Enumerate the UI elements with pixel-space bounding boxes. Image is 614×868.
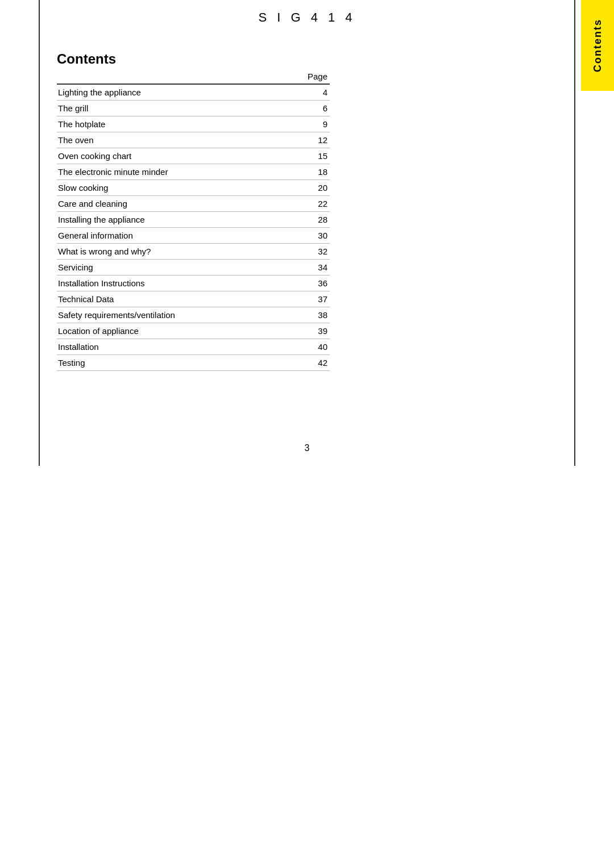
toc-item-page: 6 xyxy=(287,101,330,116)
toc-item-title: The grill xyxy=(57,101,287,116)
toc-item-page: 20 xyxy=(287,180,330,196)
contents-heading: Contents xyxy=(57,51,330,67)
toc-item-title: Installing the appliance xyxy=(57,212,287,228)
toc-row: Installation Instructions36 xyxy=(57,276,330,291)
toc-row: Oven cooking chart15 xyxy=(57,148,330,164)
right-border xyxy=(574,0,575,466)
toc-row: Care and cleaning22 xyxy=(57,196,330,212)
toc-row: Safety requirements/ventilation38 xyxy=(57,307,330,323)
toc-table: Page Lighting the appliance4The grill6Th… xyxy=(57,70,330,371)
toc-item-page: 15 xyxy=(287,148,330,164)
toc-header-page: Page xyxy=(287,70,330,84)
toc-item-page: 34 xyxy=(287,260,330,276)
toc-row: What is wrong and why?32 xyxy=(57,244,330,260)
toc-item-title: Oven cooking chart xyxy=(57,148,287,164)
toc-item-title: Lighting the appliance xyxy=(57,84,287,101)
toc-item-page: 37 xyxy=(287,291,330,307)
toc-header-item xyxy=(57,70,287,84)
toc-item-page: 40 xyxy=(287,339,330,355)
left-border xyxy=(39,0,40,466)
toc-row: The oven12 xyxy=(57,132,330,148)
toc-row: The grill6 xyxy=(57,101,330,116)
toc-item-page: 12 xyxy=(287,132,330,148)
page-number: 3 xyxy=(305,443,310,453)
toc-item-page: 30 xyxy=(287,228,330,244)
toc-item-title: Location of appliance xyxy=(57,323,287,339)
toc-item-title: General information xyxy=(57,228,287,244)
toc-item-page: 28 xyxy=(287,212,330,228)
toc-item-title: Slow cooking xyxy=(57,180,287,196)
toc-item-page: 9 xyxy=(287,116,330,132)
toc-row: Technical Data37 xyxy=(57,291,330,307)
toc-item-title: Care and cleaning xyxy=(57,196,287,212)
toc-row: Testing42 xyxy=(57,355,330,371)
toc-item-title: The oven xyxy=(57,132,287,148)
toc-item-page: 38 xyxy=(287,307,330,323)
toc-item-page: 42 xyxy=(287,355,330,371)
toc-item-page: 4 xyxy=(287,84,330,101)
document-title: S I G 4 1 4 xyxy=(258,10,355,25)
toc-item-page: 39 xyxy=(287,323,330,339)
toc-row: Installing the appliance28 xyxy=(57,212,330,228)
toc-item-page: 18 xyxy=(287,164,330,180)
toc-item-page: 22 xyxy=(287,196,330,212)
toc-header-row: Page xyxy=(57,70,330,84)
page-container: S I G 4 1 4 Contents Contents Page Light… xyxy=(0,0,614,868)
toc-row: Lighting the appliance4 xyxy=(57,84,330,101)
contents-tab-label: Contents xyxy=(592,19,604,72)
toc-row: The hotplate9 xyxy=(57,116,330,132)
toc-item-title: What is wrong and why? xyxy=(57,244,287,260)
toc-row: The electronic minute minder18 xyxy=(57,164,330,180)
toc-row: Servicing34 xyxy=(57,260,330,276)
toc-item-title: The electronic minute minder xyxy=(57,164,287,180)
toc-item-title: Installation xyxy=(57,339,287,355)
toc-row: General information30 xyxy=(57,228,330,244)
content-area: Contents Page Lighting the appliance4The… xyxy=(57,51,330,371)
toc-row: Location of appliance39 xyxy=(57,323,330,339)
toc-row: Installation40 xyxy=(57,339,330,355)
toc-row: Slow cooking20 xyxy=(57,180,330,196)
contents-tab: Contents xyxy=(581,0,614,91)
toc-item-title: Installation Instructions xyxy=(57,276,287,291)
toc-item-title: Technical Data xyxy=(57,291,287,307)
toc-item-title: Safety requirements/ventilation xyxy=(57,307,287,323)
toc-item-page: 32 xyxy=(287,244,330,260)
toc-item-title: Testing xyxy=(57,355,287,371)
toc-item-title: The hotplate xyxy=(57,116,287,132)
toc-item-title: Servicing xyxy=(57,260,287,276)
toc-item-page: 36 xyxy=(287,276,330,291)
